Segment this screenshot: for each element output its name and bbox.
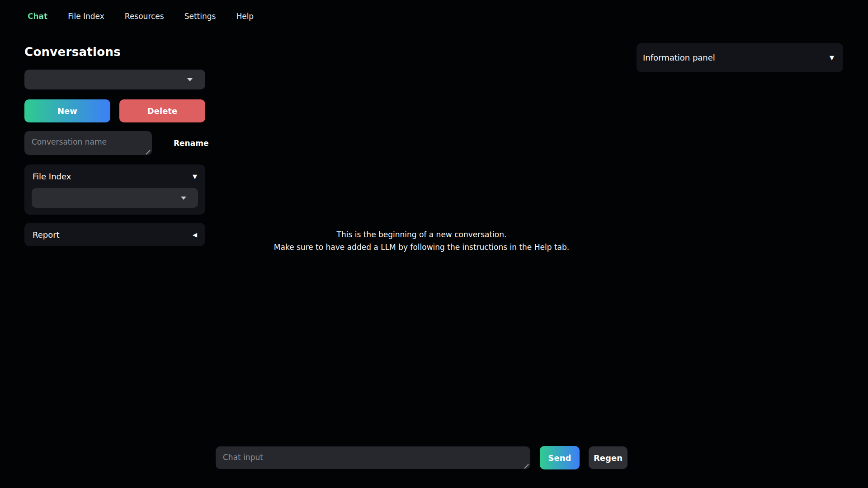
chevron-down-icon (187, 78, 193, 81)
rename-row: Rename (24, 131, 205, 155)
tab-resources[interactable]: Resources (124, 10, 165, 23)
information-panel-label: Information panel (643, 53, 715, 62)
chat-empty-state: This is the beginning of a new conversat… (216, 228, 627, 253)
information-panel-header[interactable]: Information panel ▼ (637, 43, 843, 72)
report-accordion-label: Report (33, 230, 60, 239)
conversation-name-input[interactable] (24, 131, 152, 155)
file-index-accordion: File Index ▼ (24, 164, 205, 215)
file-index-accordion-label: File Index (33, 172, 71, 181)
accordion-closed-icon: ◀ (193, 232, 197, 238)
rename-button[interactable]: Rename (174, 139, 208, 148)
delete-conversation-button[interactable]: Delete (119, 99, 205, 122)
chevron-down-icon (181, 197, 186, 200)
regen-button[interactable]: Regen (589, 446, 627, 469)
file-index-accordion-header[interactable]: File Index ▼ (24, 164, 205, 188)
conversation-actions: New Delete (24, 99, 205, 122)
chat-input[interactable] (216, 446, 530, 469)
accordion-open-icon: ▼ (193, 174, 197, 179)
chat-input-row: Send Regen (216, 446, 627, 469)
accordion-open-icon: ▼ (830, 55, 834, 61)
conversation-select[interactable] (24, 70, 205, 89)
conversations-sidebar: Conversations New Delete Rename File Ind… (24, 45, 205, 59)
top-nav: Chat File Index Resources Settings Help (27, 10, 255, 23)
report-accordion-header[interactable]: Report ◀ (24, 223, 205, 246)
chat-empty-line2: Make sure to have added a LLM by followi… (216, 241, 627, 253)
new-conversation-button[interactable]: New (24, 99, 110, 122)
tab-settings[interactable]: Settings (184, 10, 217, 23)
tab-help[interactable]: Help (235, 10, 255, 23)
chat-empty-line1: This is the beginning of a new conversat… (216, 228, 627, 241)
file-index-accordion-body (24, 188, 205, 208)
send-button[interactable]: Send (540, 446, 580, 469)
tab-chat[interactable]: Chat (27, 10, 48, 23)
information-panel-accordion: Information panel ▼ (637, 43, 843, 72)
page-title: Conversations (24, 45, 205, 59)
report-accordion: Report ◀ (24, 223, 205, 246)
file-index-select[interactable] (32, 188, 198, 208)
app-window: Chat File Index Resources Settings Help … (0, 0, 868, 488)
tab-file-index[interactable]: File Index (67, 10, 105, 23)
